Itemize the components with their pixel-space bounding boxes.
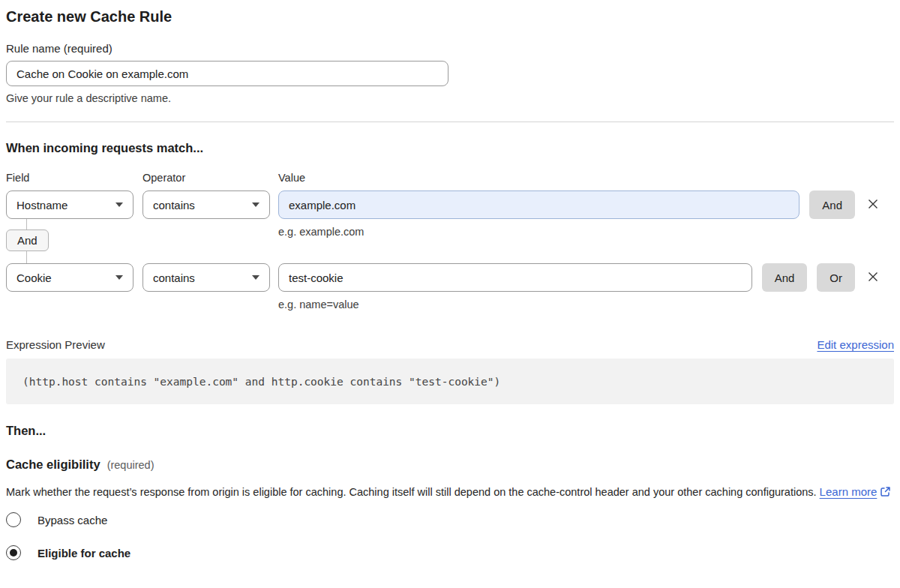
description-text: Mark whether the request’s response from… [6,486,817,498]
value-column-label: Value [278,172,305,184]
close-icon [866,196,880,214]
chevron-down-icon [252,202,260,207]
and-connector-toggle[interactable]: And [6,230,49,251]
operator-select-2[interactable]: contains [142,263,270,292]
operator-select-1-value: contains [153,199,195,212]
rule-name-label: Rule name (required) [6,42,894,56]
radio-unselected-icon[interactable] [6,512,21,527]
value-hint-2: e.g. name=value [6,298,882,311]
value-input-1[interactable] [278,190,800,219]
rule-name-help: Give your rule a descriptive name. [6,92,894,105]
create-cache-rule-form: Create new Cache Rule Rule name (require… [0,0,900,560]
match-heading: When incoming requests match... [6,140,894,155]
condition-connector-zone: e.g. example.com And [6,219,882,263]
cache-eligibility-heading: Cache eligibility [6,457,100,472]
expression-preview-label: Expression Preview [6,338,105,351]
operator-select-2-value: contains [153,272,195,284]
remove-condition-button-2[interactable] [864,263,882,292]
operator-column-label: Operator [142,172,278,184]
cache-eligibility-description: Mark whether the request’s response from… [6,482,894,504]
condition-row-2: Cookie contains And Or [6,263,882,292]
close-icon [866,269,880,286]
chevron-down-icon [252,275,260,280]
rule-name-input[interactable] [6,61,448,86]
page-title: Create new Cache Rule [6,8,894,26]
value-input-2[interactable] [278,263,752,292]
field-select-1[interactable]: Hostname [6,190,134,219]
condition-row-1: Hostname contains And [6,190,882,219]
remove-condition-button-1[interactable] [864,190,882,219]
radio-option-bypass-cache[interactable]: Bypass cache [6,512,894,527]
then-heading: Then... [6,423,894,438]
operator-select-1[interactable]: contains [142,190,270,219]
expression-preview-header: Expression Preview Edit expression [6,338,894,351]
value-hint-1: e.g. example.com [278,226,364,238]
cache-eligibility-heading-row: Cache eligibility (required) [6,457,894,472]
add-and-condition-button-2[interactable]: And [762,263,808,292]
add-and-condition-button-1[interactable]: And [809,190,855,219]
chevron-down-icon [116,275,123,280]
radio-option-eligible-for-cache[interactable]: Eligible for cache [6,545,894,560]
field-column-label: Field [6,172,142,184]
section-divider [6,122,894,122]
field-select-2-value: Cookie [16,272,52,284]
radio-label: Eligible for cache [38,547,130,560]
radio-selected-icon[interactable] [6,545,21,560]
conditions-list: Hostname contains And e.g. example.com A… [6,190,894,311]
condition-column-labels: Field Operator Value [6,172,894,184]
field-select-2[interactable]: Cookie [6,263,134,292]
external-link-icon [880,484,891,504]
expression-preview-code: (http.host contains "example.com" and ht… [6,358,894,404]
chevron-down-icon [116,202,123,207]
field-select-1-value: Hostname [16,199,68,212]
edit-expression-link[interactable]: Edit expression [817,338,894,351]
add-or-condition-button-2[interactable]: Or [817,263,855,292]
radio-label: Bypass cache [38,514,107,526]
learn-more-link[interactable]: Learn more [820,485,878,498]
required-note: (required) [107,459,154,471]
